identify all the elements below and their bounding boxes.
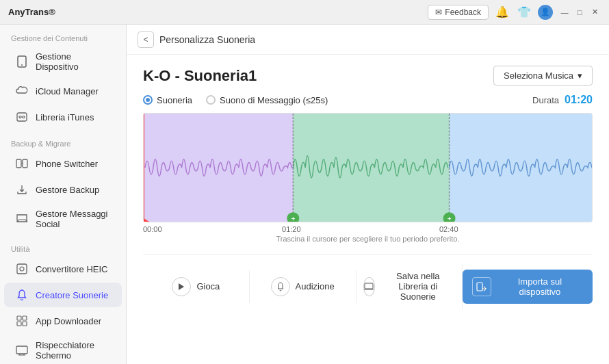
waveform-container[interactable]: // Generated inline - waveform bars bbox=[143, 113, 593, 222]
svg-point-3 bbox=[19, 116, 21, 118]
svg-rect-28 bbox=[365, 283, 373, 289]
suonerie-icon bbox=[15, 288, 29, 302]
mail-icon: ✉ bbox=[435, 8, 442, 17]
sidebar-item-phone-switcher[interactable]: Phone Switcher bbox=[4, 151, 122, 176]
maximize-button[interactable]: □ bbox=[573, 6, 586, 18]
bell-icon-btn[interactable]: 🔔 bbox=[494, 4, 510, 21]
sidebar-item-messaggi[interactable]: Gestore Messaggi Social bbox=[4, 203, 122, 235]
durata-value: 01:20 bbox=[565, 94, 593, 106]
sidebar-item-rispecchiatore[interactable]: Rispecchiatore Schermo bbox=[4, 335, 122, 364]
sidebar-item-suonerie[interactable]: Creatore Suonerie bbox=[4, 283, 122, 307]
gestione-dispositivo-label: Gestione Dispositivo bbox=[36, 51, 111, 72]
svg-text:+: + bbox=[448, 215, 452, 222]
sidebar-item-gestore-backup[interactable]: Gestore Backup bbox=[4, 177, 122, 202]
sidebar: Gestione dei Contenuti Gestione Disposit… bbox=[0, 25, 127, 364]
import-label: Importa sul dispositivo bbox=[497, 276, 583, 297]
select-music-label: Seleziona Musica bbox=[504, 70, 573, 81]
music-icon bbox=[15, 110, 29, 124]
app-title: AnyTrans® bbox=[8, 7, 55, 17]
radio-messaggio[interactable]: Suono di Messaggio (≤25s) bbox=[206, 95, 328, 105]
svg-rect-8 bbox=[17, 264, 27, 274]
libreria-label: Libreria iTunes bbox=[36, 112, 94, 122]
shirt-icon-btn[interactable]: 👕 bbox=[516, 4, 532, 21]
play-button[interactable]: Gioca bbox=[143, 270, 250, 303]
sidebar-item-heic[interactable]: Convertitore HEIC bbox=[4, 257, 122, 281]
messaggi-icon bbox=[15, 212, 29, 226]
audizione-label: Audizione bbox=[296, 281, 335, 291]
duration-display: Durata 01:20 bbox=[532, 94, 593, 106]
salva-button[interactable]: Salva nella Libreria di Suonerie bbox=[357, 264, 463, 309]
action-buttons: Gioca Audizione bbox=[143, 254, 593, 309]
phone-switcher-label: Phone Switcher bbox=[36, 159, 98, 169]
suoneria-radio-label: Suoneria bbox=[157, 95, 192, 105]
drag-hint: Trascina il cursore per scegliere il tuo… bbox=[276, 235, 460, 243]
app-downloader-label: App Downloader bbox=[36, 316, 101, 326]
waveform-section: Suoneria Suono di Messaggio (≤25s) Durat… bbox=[127, 94, 609, 364]
close-button[interactable]: ✕ bbox=[588, 6, 601, 18]
sidebar-item-icloud[interactable]: iCloud Manager bbox=[4, 79, 122, 103]
select-music-button[interactable]: Seleziona Musica ▾ bbox=[493, 66, 593, 86]
bell-action-icon bbox=[271, 277, 290, 296]
screen-icon bbox=[15, 343, 29, 357]
svg-point-4 bbox=[23, 116, 25, 118]
durata-label: Durata bbox=[532, 95, 559, 105]
minimize-button[interactable]: — bbox=[558, 6, 571, 18]
icloud-label: iCloud Manager bbox=[36, 86, 99, 96]
feedback-label: Feedback bbox=[445, 8, 481, 17]
cloud-icon bbox=[15, 84, 29, 98]
page-title: K-O - Suoneria1 bbox=[143, 67, 257, 85]
svg-marker-27 bbox=[179, 283, 184, 290]
svg-rect-17 bbox=[293, 114, 449, 222]
gestore-backup-label: Gestore Backup bbox=[36, 185, 99, 195]
title-bar-left: AnyTrans® bbox=[8, 7, 55, 17]
svg-rect-13 bbox=[23, 322, 27, 326]
radio-messaggio-circle bbox=[206, 95, 216, 105]
waveform-svg: // Generated inline - waveform bars bbox=[144, 114, 592, 222]
audizione-button[interactable]: Audizione bbox=[250, 270, 357, 303]
svg-point-1 bbox=[21, 64, 23, 66]
suonerie-label: Creatore Suonerie bbox=[36, 290, 108, 300]
play-icon bbox=[172, 277, 191, 296]
svg-rect-12 bbox=[17, 322, 21, 326]
svg-rect-18 bbox=[450, 114, 592, 222]
messaggio-radio-label: Suono di Messaggio (≤25s) bbox=[220, 95, 328, 105]
import-icon bbox=[472, 277, 491, 296]
svg-point-9 bbox=[20, 267, 24, 271]
device-icon bbox=[15, 55, 29, 68]
backup-icon bbox=[15, 183, 29, 196]
time-marker-2: 02:40 bbox=[439, 225, 458, 233]
svg-rect-6 bbox=[16, 159, 21, 168]
radio-suoneria-circle bbox=[143, 95, 153, 105]
user-avatar[interactable]: 👤 bbox=[538, 5, 553, 20]
heic-icon bbox=[15, 262, 29, 276]
section-label-content: Gestione dei Contenuti bbox=[0, 25, 126, 45]
breadcrumb: < Personalizza Suoneria bbox=[127, 25, 609, 55]
messaggi-label: Gestore Messaggi Social bbox=[36, 209, 111, 229]
section-label-backup: Backup & Migrare bbox=[0, 130, 126, 151]
svg-rect-10 bbox=[17, 316, 21, 320]
rispecchiatore-label: Rispecchiatore Schermo bbox=[36, 340, 111, 361]
page-header: K-O - Suoneria1 Seleziona Musica ▾ bbox=[127, 55, 609, 94]
laptop-icon bbox=[363, 277, 376, 296]
section-label-utilita: Utilità bbox=[0, 235, 126, 256]
feedback-button[interactable]: ✉ Feedback bbox=[428, 5, 489, 20]
controls-row: Suoneria Suono di Messaggio (≤25s) Durat… bbox=[143, 94, 593, 106]
sidebar-item-app-downloader[interactable]: App Downloader bbox=[4, 309, 122, 333]
time-start: 00:00 bbox=[143, 225, 162, 233]
heic-label: Convertitore HEIC bbox=[36, 264, 107, 274]
svg-rect-29 bbox=[477, 283, 482, 291]
sidebar-item-gestione-dispositivo[interactable]: Gestione Dispositivo bbox=[4, 46, 122, 77]
content-area: < Personalizza Suoneria K-O - Suoneria1 … bbox=[127, 25, 609, 364]
svg-rect-14 bbox=[16, 346, 27, 354]
import-button[interactable]: Importa sul dispositivo bbox=[463, 270, 593, 304]
radio-suoneria[interactable]: Suoneria bbox=[143, 95, 192, 105]
radio-group: Suoneria Suono di Messaggio (≤25s) bbox=[143, 95, 328, 105]
title-bar: AnyTrans® ✉ Feedback 🔔 👕 👤 — □ ✕ bbox=[0, 0, 609, 25]
phone-switcher-icon bbox=[15, 157, 29, 170]
title-bar-right: ✉ Feedback 🔔 👕 👤 — □ ✕ bbox=[428, 4, 601, 21]
svg-rect-7 bbox=[23, 159, 27, 168]
svg-rect-11 bbox=[23, 316, 27, 320]
dropdown-arrow-icon: ▾ bbox=[578, 70, 582, 81]
back-button[interactable]: < bbox=[138, 31, 154, 48]
sidebar-item-libreria[interactable]: Libreria iTunes bbox=[4, 105, 122, 129]
